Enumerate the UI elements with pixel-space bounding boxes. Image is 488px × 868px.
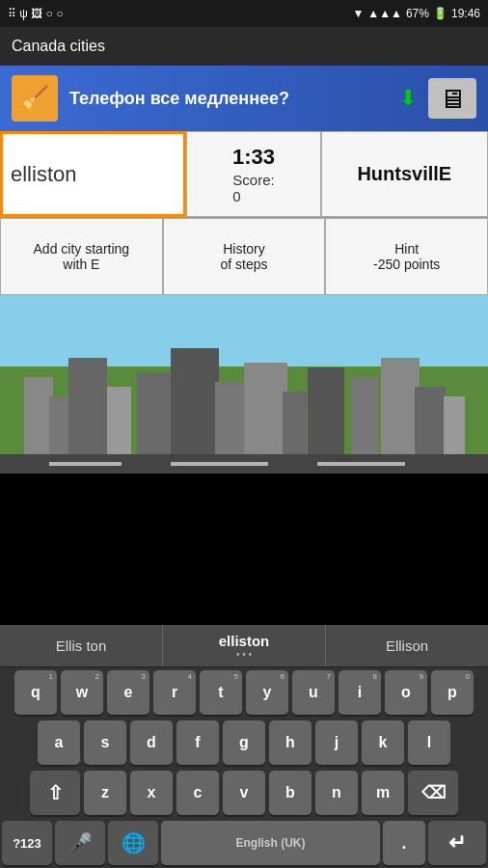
key-m[interactable]: m [362, 771, 404, 815]
key-o[interactable]: 9o [385, 670, 427, 715]
ad-device-icon: 🖥 [428, 78, 476, 119]
ad-arrow-icon: ⬇ [399, 86, 417, 111]
key-f[interactable]: f [176, 720, 219, 765]
autocomplete-dots: • • • [236, 649, 252, 660]
key-row-4: ?123 🎤 🌐 English (UK) . ↵ [0, 818, 488, 868]
key-t[interactable]: 5t [200, 670, 242, 715]
key-d[interactable]: d [130, 720, 173, 765]
status-icons: ⠿ ψ 🖼 ○ ○ [8, 7, 63, 20]
key-y[interactable]: 6y [246, 670, 288, 715]
autocomplete-left[interactable]: Ellis ton [0, 625, 163, 666]
key-a[interactable]: a [38, 720, 80, 765]
timer-score-cell: 1:33 Score: 0 [186, 131, 320, 217]
status-right: ▼ ▲▲▲ 67% 🔋 19:46 [352, 7, 480, 20]
key-row-3: ⇧ z x c v b n m ⌫ [0, 768, 488, 818]
shift-key[interactable]: ⇧ [30, 771, 80, 815]
ad-banner[interactable]: 🧹 Телефон все медленнее? ⬇ 🖥 [0, 66, 488, 131]
key-u[interactable]: 7u [292, 670, 335, 715]
battery-percent: 67% [406, 7, 429, 20]
hint-label: Hint-250 points [373, 241, 440, 272]
key-k[interactable]: k [362, 720, 404, 765]
key-b[interactable]: b [269, 771, 312, 815]
space-key[interactable]: English (UK) [161, 821, 380, 865]
signal-icon: ▲▲▲ [367, 7, 402, 20]
enter-key[interactable]: ↵ [428, 821, 486, 865]
autocomplete-row: Ellis ton elliston • • • Ellison [0, 625, 488, 667]
key-z[interactable]: z [84, 771, 126, 815]
key-p[interactable]: 0p [431, 670, 474, 715]
ad-text: Телефон все медленнее? [69, 89, 388, 109]
key-h[interactable]: h [269, 720, 312, 765]
wifi-icon: ▼ [352, 7, 364, 20]
key-r[interactable]: 4r [153, 670, 196, 715]
key-v[interactable]: v [223, 771, 265, 815]
key-i[interactable]: 8i [339, 670, 381, 715]
autocomplete-center[interactable]: elliston • • • [163, 625, 326, 666]
mic-key[interactable]: 🎤 [55, 821, 105, 865]
top-row: elliston 1:33 Score: 0 HuntsvillE [0, 131, 488, 218]
status-bar: ⠿ ψ 🖼 ○ ○ ▼ ▲▲▲ 67% 🔋 19:46 [0, 0, 488, 27]
city-image [0, 295, 488, 474]
city-input[interactable]: elliston [11, 162, 176, 187]
hint-button[interactable]: Hint-250 points [325, 218, 488, 295]
timer-display: 1:33 [232, 145, 275, 170]
hint-word: HuntsvillE [357, 163, 451, 185]
key-l[interactable]: l [408, 720, 450, 765]
keyboard-area: Ellis ton elliston • • • Ellison 1q 2w 3… [0, 625, 488, 868]
history-button[interactable]: Historyof steps [163, 218, 326, 295]
key-c[interactable]: c [176, 771, 219, 815]
key-s[interactable]: s [84, 720, 126, 765]
key-q[interactable]: 1q [14, 670, 57, 715]
symbol-key[interactable]: ?123 [2, 821, 52, 865]
key-j[interactable]: j [315, 720, 358, 765]
key-row-1: 1q 2w 3e 4r 5t 6y 7u 8i 9o 0p [0, 667, 488, 718]
title-bar: Canada cities [0, 27, 488, 66]
autocomplete-right[interactable]: Ellison [326, 625, 488, 666]
backspace-key[interactable]: ⌫ [408, 771, 458, 815]
key-row-2: a s d f g h j k l [0, 718, 488, 768]
period-key[interactable]: . [383, 821, 425, 865]
ad-broom-icon: 🧹 [12, 75, 58, 122]
app-title: Canada cities [12, 38, 105, 55]
time-display: 19:46 [451, 7, 480, 20]
history-label: Historyof steps [220, 241, 267, 272]
battery-icon: 🔋 [433, 7, 447, 20]
key-w[interactable]: 2w [61, 670, 103, 715]
bottom-row: Add city startingwith E Historyof steps … [0, 218, 488, 295]
key-n[interactable]: n [315, 771, 358, 815]
hint-word-cell: HuntsvillE [321, 131, 488, 217]
key-g[interactable]: g [223, 720, 265, 765]
score-label: Score: 0 [232, 172, 274, 204]
key-x[interactable]: x [130, 771, 173, 815]
add-city-button[interactable]: Add city startingwith E [0, 218, 163, 295]
add-city-label: Add city startingwith E [34, 241, 130, 272]
key-e[interactable]: 3e [107, 670, 149, 715]
language-key[interactable]: 🌐 [108, 821, 158, 865]
input-cell[interactable]: elliston [0, 131, 186, 217]
game-area: elliston 1:33 Score: 0 HuntsvillE Add ci… [0, 131, 488, 295]
status-left: ⠿ ψ 🖼 ○ ○ [8, 7, 63, 20]
